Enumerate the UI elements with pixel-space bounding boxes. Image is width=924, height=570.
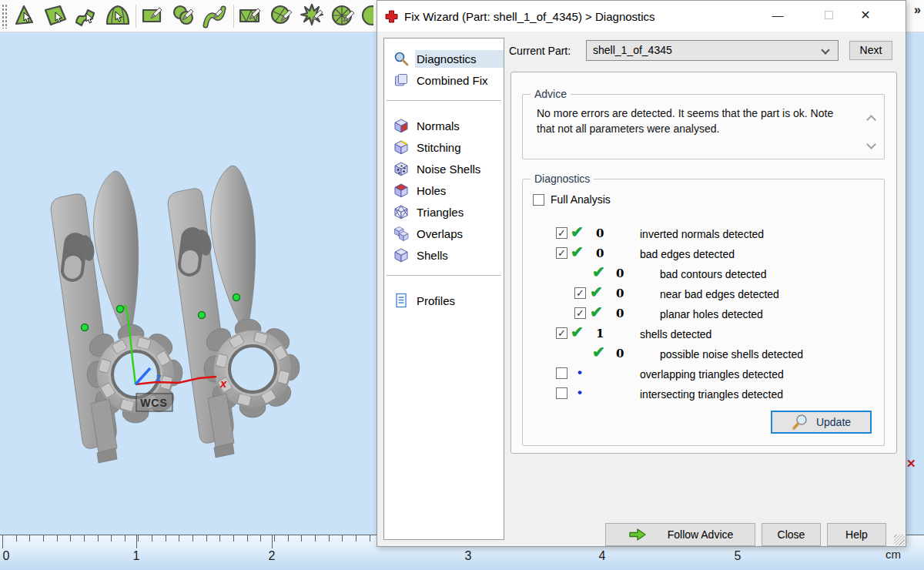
row-checkbox[interactable]: ✓ <box>556 327 567 339</box>
fix-wizard-dialog: Fix Wizard (Part: shell_1_of_4345) > Dia… <box>377 0 906 547</box>
dialog-title: Fix Wizard (Part: shell_1_of_4345) > Dia… <box>404 10 655 23</box>
mark-mesh-rectangle-icon[interactable] <box>236 2 267 30</box>
sidebar-separator <box>387 100 501 101</box>
cube-double-icon <box>393 226 409 241</box>
current-part-label: Current Part: <box>509 45 571 57</box>
help-button[interactable]: Help <box>827 523 886 546</box>
diagnostic-row: ✓ ✔ 0 near bad edges detected <box>523 284 884 304</box>
mark-clipped-partial-icon[interactable] <box>360 2 373 30</box>
diagnostic-row: ✔ 0 possible noise shells detected <box>523 344 884 364</box>
diagnostic-row: ✓ ✔ 1 shells detected <box>523 324 884 344</box>
row-checkbox[interactable]: ✓ <box>574 287 586 299</box>
row-label: overlapping triangles detected <box>640 368 784 381</box>
mark-curve-icon[interactable] <box>200 2 231 30</box>
sidebar-item-combined-fix[interactable]: Combined Fix <box>384 69 504 91</box>
maximize-icon <box>825 11 833 19</box>
select-planes-icon[interactable] <box>41 2 72 30</box>
cube-yellow-stitch-icon <box>393 139 409 155</box>
row-label: intersecting triangles detected <box>640 388 783 401</box>
row-count: 0 <box>596 226 604 240</box>
check-ok-icon: ✔ <box>571 223 584 241</box>
sidebar-item-overlaps[interactable]: Overlaps <box>384 223 504 244</box>
magnifier-icon <box>792 414 808 431</box>
check-ok-icon: ✔ <box>590 303 603 321</box>
green-arrow-icon <box>628 527 648 542</box>
full-analysis-checkbox[interactable] <box>533 194 544 206</box>
axis-x-label: x <box>219 377 227 390</box>
row-label: bad edges detected <box>640 248 735 260</box>
next-part-button[interactable]: Next <box>849 41 892 60</box>
check-ok-icon: ✔ <box>592 263 605 281</box>
row-count: 0 <box>616 267 624 280</box>
full-analysis-row: Full Analysis <box>533 193 611 206</box>
wizard-page-list: Diagnostics Combined Fix Normals <box>383 38 504 540</box>
sidebar-item-stitching[interactable]: Stitching <box>384 136 504 158</box>
dialog-body: Diagnostics Combined Fix Normals <box>377 32 906 546</box>
scroll-down-icon[interactable] <box>866 139 876 149</box>
row-checkbox[interactable]: ✓ <box>574 307 586 319</box>
follow-advice-button[interactable]: Follow Advice <box>605 523 755 546</box>
platform-x-axis-marker: ✕ <box>906 457 916 471</box>
row-checkbox[interactable]: ✓ <box>556 227 567 239</box>
scroll-up-icon[interactable] <box>866 115 876 125</box>
row-label: near bad edges detected <box>660 288 779 300</box>
ruler-minor-ticks <box>2 535 377 542</box>
toolbar-overflow-chevron[interactable]: » <box>914 3 921 17</box>
sidebar-item-triangles[interactable]: Triangles <box>384 201 504 223</box>
row-label: bad contours detected <box>660 268 767 280</box>
fix-wizard-cross-icon <box>385 10 398 23</box>
check-ok-icon: ✔ <box>571 323 584 341</box>
cube-red-side-icon <box>393 118 409 133</box>
row-checkbox[interactable] <box>556 387 567 399</box>
select-surfaces-icon[interactable] <box>72 2 102 30</box>
row-label: shells detected <box>640 328 711 340</box>
mark-star-icon[interactable] <box>298 2 329 30</box>
ruler-label: 5 <box>735 549 742 563</box>
maximize-button[interactable] <box>813 5 844 25</box>
diagnostics-checklist: ✓ ✔ 0 inverted normals detected ✓ ✔ 0 ba… <box>523 224 884 404</box>
toolbar-separator <box>136 5 136 28</box>
resize-grip[interactable] <box>894 535 905 545</box>
current-part-dropdown[interactable]: shell_1_of_4345 <box>586 40 839 61</box>
current-part-value: shell_1_of_4345 <box>593 44 672 56</box>
select-shells-icon[interactable] <box>102 2 133 30</box>
row-count: 0 <box>616 287 624 300</box>
axis-z-label: z <box>155 371 161 384</box>
minimize-button[interactable]: — <box>762 5 793 25</box>
close-window-button[interactable]: ✕ <box>850 5 881 25</box>
mark-rectangle-icon[interactable] <box>139 2 169 30</box>
diagnostic-row: ✓ ✔ 0 inverted normals detected <box>523 224 884 244</box>
pending-dot-icon: • <box>578 385 582 401</box>
sidebar-item-shells[interactable]: Shells <box>384 244 504 266</box>
toolbar-drag-handle[interactable] <box>2 4 8 28</box>
diagnostics-groupbox: Diagnostics Full Analysis ✓ ✔ 0 inverted… <box>522 179 885 446</box>
diagnostic-row: ✔ 0 bad contours detected <box>523 264 884 284</box>
mark-pie-icon[interactable] <box>329 2 360 30</box>
pending-dot-icon: • <box>578 365 582 381</box>
row-checkbox[interactable]: ✓ <box>556 247 567 259</box>
sidebar-item-normals[interactable]: Normals <box>384 115 504 136</box>
ruler-major-tick <box>2 535 3 548</box>
mark-mesh-blob-icon[interactable] <box>267 2 298 30</box>
sidebar-item-diagnostics[interactable]: Diagnostics <box>384 48 504 69</box>
dialog-titlebar[interactable]: Fix Wizard (Part: shell_1_of_4345) > Dia… <box>377 1 906 32</box>
model-part-right[interactable] <box>168 166 300 458</box>
select-triangles-icon[interactable] <box>10 2 41 30</box>
close-button[interactable]: Close <box>762 523 821 546</box>
cube-wireframe-icon <box>393 204 409 220</box>
diagnostic-row: • overlapping triangles detected <box>523 364 884 384</box>
sidebar-item-noise-shells[interactable]: Noise Shells <box>384 158 504 179</box>
update-button[interactable]: Update <box>771 411 872 434</box>
sidebar-item-profiles[interactable]: Profiles <box>384 290 504 311</box>
toolbar-separator <box>233 5 234 28</box>
model-part-left[interactable] <box>51 171 182 463</box>
mark-freeform-icon[interactable] <box>169 2 200 30</box>
row-label: inverted normals detected <box>640 228 764 240</box>
row-count: 0 <box>616 347 624 360</box>
chevron-down-icon <box>821 45 829 54</box>
row-checkbox[interactable] <box>556 367 567 379</box>
ruler-label: 2 <box>269 549 276 563</box>
cube-plain-icon <box>393 247 409 263</box>
advice-text: No more errors are detected. It seems th… <box>537 106 845 137</box>
sidebar-item-holes[interactable]: Holes <box>384 179 504 201</box>
